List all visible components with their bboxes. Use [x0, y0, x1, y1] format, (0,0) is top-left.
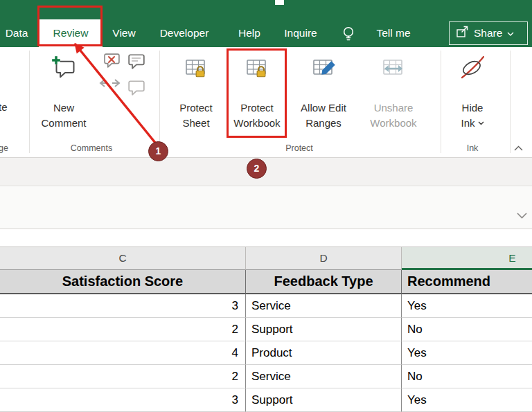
- cell[interactable]: Support: [246, 388, 402, 412]
- column-header-e[interactable]: E: [402, 247, 532, 270]
- table-row: 2 Service No: [0, 365, 532, 388]
- tab-inquire[interactable]: Inquire: [274, 19, 327, 47]
- column-header-d[interactable]: D: [246, 247, 402, 270]
- table-row: 2 Support No: [0, 318, 532, 341]
- column-header-c[interactable]: C: [0, 247, 246, 270]
- lightbulb-icon: [342, 26, 355, 46]
- previous-comment-button[interactable]: [98, 78, 109, 91]
- annotation-box-protect-workbook: [227, 48, 287, 138]
- table-row: 4 Product Yes: [0, 341, 532, 365]
- tab-tell-me[interactable]: Tell me: [364, 19, 423, 47]
- tab-help[interactable]: Help: [229, 19, 270, 47]
- allow-edit-ranges-label: Allow Edit Ranges: [290, 100, 357, 131]
- comments-group-label: Comments: [32, 143, 151, 153]
- annotation-box-review: [37, 6, 103, 46]
- group-divider: [510, 51, 511, 153]
- formula-bar-expand-icon[interactable]: [517, 209, 527, 222]
- table-header-row: Satisfaction Score Feedback Type Recomme…: [0, 270, 532, 294]
- tab-developer[interactable]: Developer: [147, 19, 222, 47]
- cell[interactable]: No: [402, 365, 532, 388]
- cell[interactable]: 4: [0, 341, 246, 365]
- translate-button-fragment[interactable]: te: [0, 101, 8, 113]
- chevron-down-icon: [507, 27, 514, 39]
- protect-sheet-button[interactable]: Protect Sheet: [170, 49, 222, 154]
- tab-view[interactable]: View: [105, 19, 143, 47]
- annotation-step-badge-1: 1: [148, 141, 168, 161]
- hide-ink-label: Hide Ink: [449, 100, 496, 131]
- share-button[interactable]: Share: [449, 21, 528, 45]
- allow-edit-ranges-icon: [311, 55, 336, 82]
- cell[interactable]: Yes: [402, 341, 532, 365]
- cell[interactable]: 3: [0, 388, 246, 412]
- cell[interactable]: Yes: [402, 388, 532, 412]
- tab-data[interactable]: Data: [0, 19, 33, 47]
- new-comment-label: New Comment: [35, 100, 93, 131]
- cell[interactable]: No: [402, 318, 532, 341]
- share-icon: [456, 26, 469, 41]
- unshare-workbook-label: Unshare Workbook: [359, 100, 428, 131]
- share-label: Share: [474, 27, 502, 39]
- language-group-label-fragment: ge: [0, 143, 8, 153]
- new-comment-button[interactable]: New Comment: [35, 49, 93, 154]
- annotation-step-badge-2: 2: [247, 159, 267, 179]
- group-divider: [441, 51, 441, 153]
- hide-ink-icon: [459, 55, 486, 84]
- collapse-ribbon-button[interactable]: [514, 141, 523, 154]
- header-cell-recommend[interactable]: Recommend: [402, 270, 532, 294]
- unshare-workbook-button[interactable]: Unshare Workbook: [359, 49, 428, 154]
- hide-ink-label-line1: Hide: [462, 102, 484, 114]
- protect-sheet-icon: [184, 55, 209, 82]
- cell[interactable]: Support: [246, 318, 402, 341]
- table-row: 3 Service Yes: [0, 294, 532, 318]
- column-header-row: C D E: [0, 247, 532, 270]
- cell[interactable]: 3: [0, 294, 246, 318]
- cell[interactable]: Service: [246, 365, 402, 388]
- header-cell-feedback-type[interactable]: Feedback Type: [246, 270, 402, 294]
- header-cell-satisfaction-score[interactable]: Satisfaction Score: [0, 270, 246, 294]
- comment-bubble-icon[interactable]: [127, 78, 146, 100]
- unshare-workbook-icon: [381, 55, 406, 82]
- cell[interactable]: 2: [0, 365, 246, 388]
- table-row: 3 Support Yes: [0, 388, 532, 412]
- protect-sheet-label: Protect Sheet: [170, 100, 222, 131]
- protect-group-label: Protect: [170, 143, 428, 153]
- chevron-down-icon: [478, 121, 484, 125]
- group-divider: [159, 51, 160, 153]
- hide-ink-label-line2: Ink: [461, 116, 475, 131]
- cell[interactable]: Yes: [402, 294, 532, 318]
- ink-group-label: Ink: [449, 143, 496, 153]
- cell[interactable]: Service: [246, 294, 402, 318]
- formula-bar-band: [0, 186, 532, 229]
- show-comments-button[interactable]: [127, 52, 146, 74]
- allow-edit-ranges-button[interactable]: Allow Edit Ranges: [290, 49, 357, 154]
- cell[interactable]: Product: [246, 341, 402, 365]
- new-comment-icon: [51, 55, 77, 84]
- next-comment-button[interactable]: [111, 78, 122, 91]
- group-divider: [29, 51, 30, 153]
- delete-comment-button[interactable]: [103, 51, 121, 73]
- hide-ink-button[interactable]: Hide Ink: [449, 49, 496, 154]
- titlebar-artifact: [275, 0, 284, 5]
- cell[interactable]: 2: [0, 318, 246, 341]
